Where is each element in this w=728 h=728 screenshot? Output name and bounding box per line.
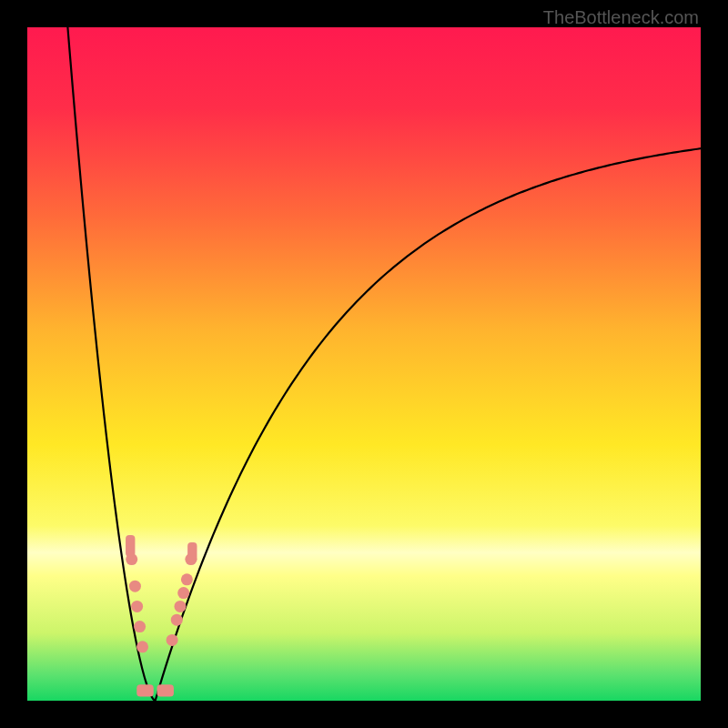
curve-layer	[27, 27, 701, 701]
right-curve	[156, 148, 701, 701]
data-marker	[174, 601, 186, 612]
data-marker	[181, 573, 193, 585]
left-curve	[67, 27, 155, 701]
data-marker	[129, 581, 141, 592]
data-pill	[136, 684, 154, 696]
plot-area	[27, 27, 701, 701]
data-pill	[157, 684, 174, 696]
data-marker	[136, 641, 148, 652]
chart-container: TheBottleneck.com	[0, 0, 728, 728]
data-marker	[177, 587, 189, 599]
data-marker	[171, 614, 183, 626]
data-pill	[187, 542, 197, 562]
data-marker	[131, 601, 143, 612]
data-marker	[134, 621, 146, 632]
data-marker	[167, 634, 178, 646]
watermark: TheBottleneck.com	[543, 7, 699, 28]
data-pill	[126, 535, 135, 557]
